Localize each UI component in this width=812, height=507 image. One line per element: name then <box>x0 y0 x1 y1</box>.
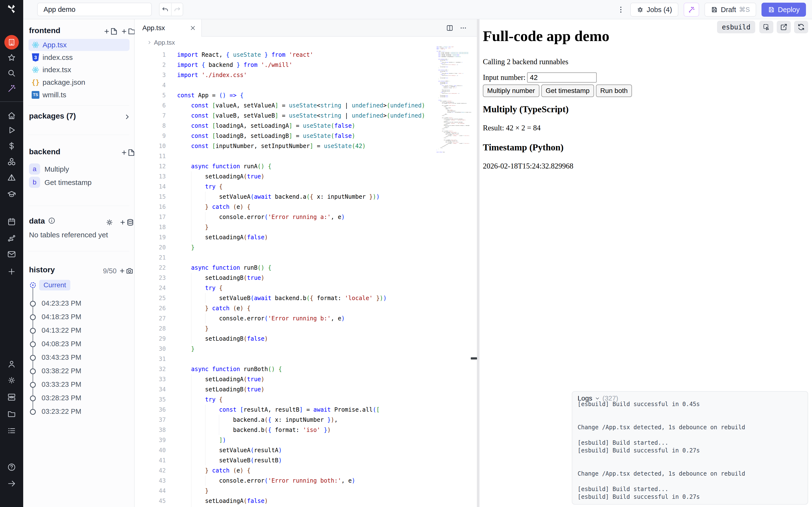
help-circle-icon[interactable] <box>7 463 16 472</box>
code-line[interactable]: 46 setLoadingB(false) <box>135 506 477 507</box>
history-timestamp[interactable]: 03:28:23 PM <box>42 394 81 402</box>
code-area[interactable]: 1import React, { useState } from 'react'… <box>135 48 477 507</box>
new-folder-button[interactable] <box>121 27 135 36</box>
code-line[interactable]: 20 } <box>135 242 477 252</box>
gear-icon[interactable] <box>7 376 16 385</box>
history-node[interactable] <box>30 301 36 306</box>
route-icon[interactable] <box>7 234 16 243</box>
code-line[interactable]: 41 setValueB(resultB) <box>135 455 477 465</box>
code-line[interactable]: 2import { backend } from './wmill' <box>135 60 477 70</box>
home-icon[interactable] <box>7 111 16 120</box>
breadcrumb[interactable]: App.tsx <box>135 37 477 48</box>
history-node[interactable] <box>30 382 36 388</box>
code-line[interactable]: 29 setLoadingB(false) <box>135 334 477 344</box>
new-file-button[interactable] <box>103 27 118 36</box>
add-table-button[interactable] <box>119 218 134 227</box>
person-icon[interactable] <box>7 359 16 369</box>
redo-button[interactable] <box>171 3 183 16</box>
server-gear-icon[interactable] <box>7 393 16 402</box>
data-settings-button[interactable] <box>105 218 114 227</box>
code-line[interactable]: 33 setLoadingA(true) <box>135 374 477 384</box>
draft-button[interactable]: Draft ⌘S <box>704 3 756 17</box>
code-line[interactable]: 34 setLoadingB(true) <box>135 384 477 394</box>
history-node[interactable] <box>30 328 36 334</box>
packages-section-title[interactable]: packages (7) <box>29 112 76 120</box>
code-line[interactable]: 6 const [valueA, setValueA] = useState<s… <box>135 101 477 111</box>
plus-icon[interactable] <box>7 267 16 276</box>
panel-resizer-handle[interactable] <box>471 357 477 359</box>
deploy-button[interactable]: Deploy <box>761 3 806 17</box>
logs-output[interactable]: [esbuild] Build successful in 0.45s Chan… <box>572 400 808 501</box>
editor-more-icon[interactable] <box>459 24 467 32</box>
inspect-element-button[interactable] <box>759 21 773 33</box>
code-line[interactable]: 24 try { <box>135 283 477 293</box>
prism-icon[interactable] <box>7 173 16 182</box>
code-line[interactable]: 28 } <box>135 324 477 334</box>
history-timestamp[interactable]: 03:33:23 PM <box>42 381 81 388</box>
refresh-preview-button[interactable] <box>794 21 808 33</box>
code-line[interactable]: 7 const [valueB, setValueB] = useState<s… <box>135 111 477 121</box>
code-line[interactable]: 26 } catch (e) { <box>135 303 477 314</box>
packages-expand-icon[interactable] <box>123 113 131 121</box>
code-line[interactable]: 16 } catch (e) { <box>135 202 477 212</box>
code-line[interactable]: 30 } <box>135 344 477 354</box>
get-timestamp-button[interactable]: Get timestamp <box>541 84 594 97</box>
history-timestamp[interactable]: 03:38:22 PM <box>42 367 81 375</box>
history-node[interactable] <box>30 409 36 415</box>
code-line[interactable]: 35 try { <box>135 394 477 405</box>
history-timestamp[interactable]: 04:18:23 PM <box>42 313 81 321</box>
history-node[interactable] <box>30 395 36 401</box>
code-line[interactable]: 10 const [inputNumber, setInputNumber] =… <box>135 141 477 151</box>
runnable-label[interactable]: Multiply <box>45 165 69 173</box>
code-line[interactable]: 17 console.error('Error running a:', e) <box>135 212 477 222</box>
code-line[interactable]: 19 setLoadingA(false) <box>135 232 477 242</box>
dollar-icon[interactable] <box>7 142 16 151</box>
code-line[interactable]: 32 async function runBoth() { <box>135 364 477 374</box>
list-icon[interactable] <box>7 426 16 435</box>
history-node[interactable] <box>30 369 36 374</box>
code-line[interactable]: 3import './index.css' <box>135 70 477 80</box>
tab-app-tsx[interactable]: App.tsx <box>135 19 202 37</box>
code-line[interactable]: 9 const [loadingB, setLoadingB] = useSta… <box>135 131 477 141</box>
code-line[interactable]: 4 <box>135 80 477 90</box>
code-line[interactable]: 38 backend.b({ format: 'iso' }) <box>135 425 477 435</box>
code-line[interactable]: 25 setValueB(await backend.b({ format: '… <box>135 293 477 303</box>
run-both-button[interactable]: Run both <box>596 84 632 97</box>
open-external-button[interactable] <box>777 21 791 33</box>
history-current-node[interactable] <box>30 282 36 288</box>
input-number-field[interactable] <box>527 72 597 82</box>
code-line[interactable]: 15 setValueA(await backend.a({ x: inputN… <box>135 192 477 202</box>
arrow-right-icon[interactable] <box>7 479 16 488</box>
runnable-label[interactable]: Get timestamp <box>45 178 92 187</box>
file-item-app-tsx[interactable]: App.tsx <box>29 39 130 51</box>
new-runnable-button[interactable] <box>121 148 135 157</box>
ai-wand-button[interactable] <box>684 3 699 17</box>
code-line[interactable]: 44 } <box>135 486 477 496</box>
app-name-input[interactable]: App demo <box>37 3 152 16</box>
info-icon[interactable] <box>48 217 56 225</box>
history-snapshot-button[interactable] <box>119 267 135 275</box>
mail-icon[interactable] <box>7 249 16 259</box>
minimap[interactable]: import React, { useState } from 'react'i… <box>437 46 471 162</box>
code-line[interactable]: 23 setLoadingB(true) <box>135 273 477 283</box>
code-line[interactable]: 11 <box>135 151 477 161</box>
code-line[interactable]: 5const App = () => { <box>135 90 477 101</box>
history-timestamp[interactable]: 03:23:22 PM <box>42 407 81 415</box>
graduation-cap-icon[interactable] <box>7 189 16 199</box>
code-line[interactable]: 39 ]) <box>135 435 477 445</box>
search-icon[interactable] <box>7 68 16 78</box>
history-current-badge[interactable]: Current <box>39 280 70 290</box>
code-line[interactable]: 27 console.error('Error running b:', e) <box>135 314 477 324</box>
code-line[interactable]: 12 async function runA() { <box>135 161 477 171</box>
code-line[interactable]: 21 <box>135 252 477 263</box>
history-timestamp[interactable]: 04:13:22 PM <box>42 326 81 334</box>
folder-icon[interactable] <box>7 409 16 418</box>
calendar-icon[interactable] <box>7 217 16 226</box>
play-icon[interactable] <box>7 125 16 135</box>
code-line[interactable]: 13 setLoadingA(true) <box>135 171 477 181</box>
code-line[interactable]: 36 const [resultA, resultB] = await Prom… <box>135 405 477 415</box>
code-line[interactable]: 1import React, { useState } from 'react' <box>135 50 477 60</box>
code-line[interactable]: 31 <box>135 354 477 364</box>
panel-resizer[interactable] <box>477 19 479 507</box>
file-item-index-tsx[interactable]: index.tsx <box>29 64 130 76</box>
